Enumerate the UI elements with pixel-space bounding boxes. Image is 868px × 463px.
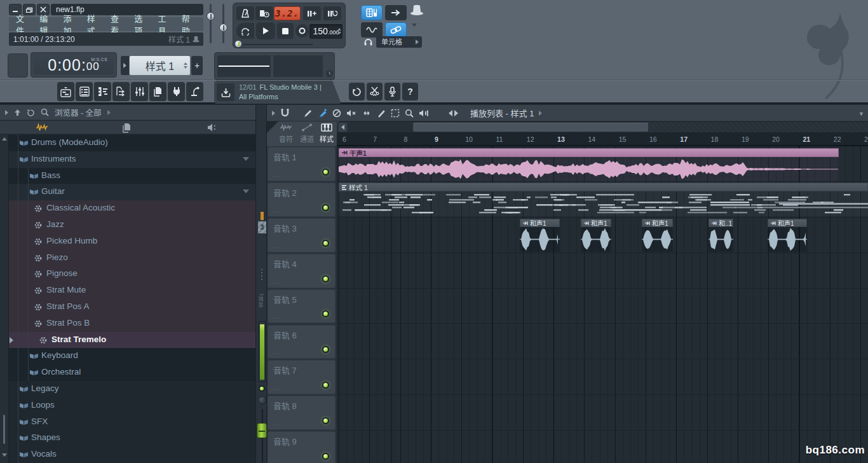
- browser-item[interactable]: Keyboard: [0, 348, 255, 364]
- playlist-grid[interactable]: 干声1 样式 1 和声1和声1和声1和..1和声1: [337, 146, 868, 463]
- master-volume-slider[interactable]: [210, 4, 212, 43]
- snap-magnet-icon[interactable]: [280, 108, 290, 118]
- picker-pattern-thumb[interactable]: 3: [258, 221, 266, 233]
- track-enable-led[interactable]: [322, 417, 329, 424]
- browser-item[interactable]: Bass: [0, 168, 255, 184]
- oscilloscope[interactable]: [217, 55, 271, 77]
- playlist-menu-arrow[interactable]: [272, 111, 275, 116]
- tempo-spinner[interactable]: [337, 27, 341, 36]
- browser-item[interactable]: Strat Pos B: [0, 315, 255, 332]
- browser-item[interactable]: Jazz: [0, 217, 255, 233]
- smooth-scroll-button[interactable]: [361, 22, 383, 38]
- record-button[interactable]: [295, 24, 309, 38]
- song-loop-button[interactable]: [236, 23, 254, 39]
- browser-item[interactable]: Drums (ModeAudio): [0, 135, 255, 151]
- track-header[interactable]: 音轨 3...: [268, 218, 336, 253]
- performance-mode-button[interactable]: [409, 3, 424, 18]
- scroll-left-button[interactable]: [339, 123, 347, 132]
- delete-tool-icon[interactable]: [332, 109, 341, 118]
- paint-tool-icon[interactable]: [318, 108, 327, 118]
- collapse-arrow-icon[interactable]: [243, 157, 249, 161]
- playlist-scrollbar[interactable]: [337, 122, 868, 132]
- touch-keyboard-button[interactable]: [186, 82, 203, 101]
- tab-channels[interactable]: 通道: [297, 123, 317, 144]
- track-options[interactable]: ...: [273, 206, 281, 214]
- browser-tab-samples-icon[interactable]: [36, 123, 48, 132]
- track-options[interactable]: ...: [273, 277, 281, 285]
- add-marker-button[interactable]: [303, 6, 321, 20]
- track-header[interactable]: 音轨 5...: [268, 289, 336, 324]
- harmony-audio-clip[interactable]: 和..1: [709, 219, 733, 252]
- playlist-corner-grip[interactable]: ▼: [858, 111, 864, 117]
- track-enable-led[interactable]: [322, 240, 329, 247]
- time-display[interactable]: 0:00: 00 M:S:CS: [34, 55, 114, 74]
- mixer-button[interactable]: [131, 82, 148, 101]
- tab-notes[interactable]: 音符: [276, 123, 296, 144]
- pattern-selector-arrow[interactable]: [121, 56, 129, 75]
- history-back-icon[interactable]: [27, 109, 35, 116]
- wait-for-input-button[interactable]: [255, 6, 273, 20]
- browser-item[interactable]: Guitar: [0, 184, 255, 200]
- loop-record-button[interactable]: [323, 6, 341, 20]
- tab-patterns[interactable]: 样式: [316, 123, 337, 144]
- step-edit-button[interactable]: [361, 5, 383, 20]
- browser-item[interactable]: Piezo: [0, 250, 255, 266]
- track-options[interactable]: ...: [273, 384, 281, 391]
- stop-button[interactable]: [277, 23, 294, 39]
- track-options[interactable]: ...: [273, 348, 281, 356]
- add-pattern-button[interactable]: +: [191, 56, 203, 75]
- link-mode-selector[interactable]: 单元格: [376, 36, 422, 48]
- browser-panel-button[interactable]: [149, 82, 166, 101]
- pattern-song-arrow-button[interactable]: [385, 5, 407, 20]
- track-header[interactable]: 音轨 9...: [268, 431, 336, 463]
- browser-tab-files-icon[interactable]: [122, 123, 131, 133]
- select-tool-icon[interactable]: [391, 109, 400, 118]
- browser-item[interactable]: Legacy: [0, 381, 255, 397]
- pencil-tool-icon[interactable]: [304, 109, 313, 118]
- browser-item[interactable]: Vocals: [0, 446, 255, 463]
- play-button[interactable]: [256, 22, 275, 39]
- recording-mic-button[interactable]: [384, 83, 400, 100]
- track-header[interactable]: 音轨 1...: [268, 146, 336, 182]
- search-icon[interactable]: [41, 108, 49, 116]
- browser-item[interactable]: Strat Pos A: [0, 299, 255, 315]
- edison-button[interactable]: [367, 83, 383, 100]
- harmony-audio-clip[interactable]: 和声1: [581, 219, 611, 252]
- shuffle-slider[interactable]: [237, 44, 313, 45]
- track-enable-led[interactable]: [322, 346, 329, 353]
- browser-item[interactable]: Strat Mute: [0, 282, 255, 299]
- pattern-spinner[interactable]: [184, 61, 187, 70]
- browser-item[interactable]: Loops: [0, 397, 255, 414]
- undo-button[interactable]: [349, 83, 365, 100]
- track-enable-led[interactable]: [322, 310, 329, 317]
- track-header[interactable]: 音轨 2...: [268, 182, 336, 218]
- pattern-selector[interactable]: 样式 1: [130, 56, 190, 75]
- track-options[interactable]: ...: [273, 170, 281, 178]
- harmony-audio-clip[interactable]: 和声1: [520, 219, 560, 252]
- metronome-button[interactable]: [236, 6, 254, 20]
- channel-rack-button[interactable]: [76, 82, 93, 101]
- slip-tool-icon[interactable]: [362, 109, 372, 117]
- track-header[interactable]: 音轨 6...: [268, 324, 336, 360]
- shuffle-slider-knob[interactable]: [234, 40, 242, 48]
- playback-tool-icon[interactable]: [419, 109, 429, 118]
- playlist-title-chevron[interactable]: [539, 111, 542, 116]
- playlist-ruler[interactable]: 67891011121314151617181920212223: [337, 132, 868, 146]
- master-pitch-slider[interactable]: [222, 4, 224, 43]
- playlist-panel-button[interactable]: [57, 82, 74, 101]
- channel-led[interactable]: [259, 385, 265, 392]
- tempo-display[interactable]: 150.000: [309, 24, 342, 39]
- audio-clip[interactable]: 干声1: [339, 148, 839, 181]
- browser-item[interactable]: Classical Acoustic: [0, 200, 255, 217]
- track-options[interactable]: ...: [273, 242, 281, 249]
- browser-tab-preview-icon[interactable]: [207, 123, 219, 132]
- plugin-picker-button[interactable]: [168, 82, 185, 101]
- scroll-down-icon[interactable]: [2, 453, 7, 457]
- piano-roll-button[interactable]: [94, 82, 111, 101]
- browser-menu-arrow[interactable]: [5, 110, 8, 115]
- track-enable-led[interactable]: [322, 275, 329, 282]
- collapse-arrow-icon[interactable]: [243, 190, 249, 193]
- playlist-scrollbar-thumb[interactable]: [413, 123, 648, 132]
- track-header[interactable]: 音轨 8...: [268, 395, 336, 431]
- peak-meter[interactable]: [273, 55, 323, 77]
